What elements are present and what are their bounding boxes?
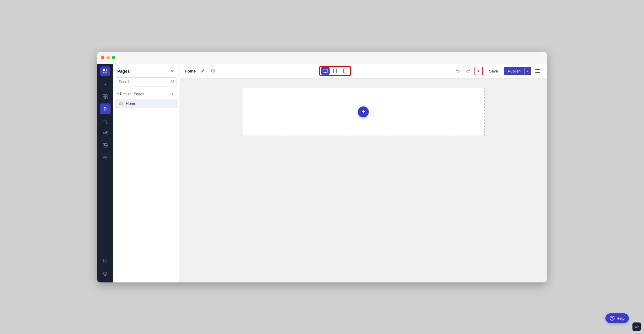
preview-button[interactable]	[474, 67, 483, 75]
close-window-btn[interactable]	[101, 56, 104, 59]
search-icon	[171, 79, 175, 84]
svg-point-12	[104, 144, 105, 145]
pages-panel-close[interactable]: ✕	[169, 68, 175, 74]
svg-point-23	[612, 319, 612, 319]
svg-rect-5	[105, 95, 107, 96]
topbar-pencil-icon[interactable]	[199, 67, 206, 75]
svg-point-10	[106, 134, 107, 135]
svg-rect-3	[105, 72, 107, 73]
topbar-left: Home	[185, 67, 216, 75]
undo-button[interactable]	[454, 67, 462, 75]
svg-rect-2	[103, 72, 104, 73]
publish-button[interactable]: Publish ▾	[504, 67, 531, 75]
menu-icon-2	[535, 71, 540, 71]
app-window: + D	[97, 52, 547, 282]
canvas-frame[interactable]: +	[242, 88, 485, 136]
sidebar-item-database[interactable]	[100, 255, 111, 266]
page-home-label: Home	[126, 101, 136, 106]
regular-pages-section-header: ▾ Regular Pages +	[113, 89, 180, 99]
sidebar-left: + D	[97, 64, 113, 282]
page-item-home[interactable]: Home	[115, 99, 178, 108]
svg-rect-7	[105, 97, 107, 99]
maximize-window-btn[interactable]	[112, 56, 115, 59]
search-input[interactable]	[116, 77, 176, 86]
chevron-icon: ▾	[117, 92, 119, 96]
svg-rect-6	[103, 97, 105, 99]
sidebar-item-cms[interactable]	[100, 116, 111, 127]
undo-redo-group	[454, 67, 472, 75]
viewport-tablet-btn[interactable]	[331, 67, 339, 75]
topbar-center	[319, 66, 351, 76]
traffic-lights	[101, 56, 115, 59]
titlebar	[97, 52, 547, 64]
sidebar-item-history[interactable]	[100, 268, 111, 279]
app-body: + D	[97, 64, 547, 282]
publish-label: Publish	[504, 67, 524, 75]
sidebar-item-add[interactable]: +	[100, 79, 111, 90]
svg-point-13	[104, 157, 106, 158]
topbar: Home	[180, 64, 547, 79]
code-badge[interactable]	[632, 322, 641, 331]
help-button[interactable]: Help	[605, 313, 629, 323]
sidebar-item-settings[interactable]	[100, 152, 111, 163]
sidebar-item-components[interactable]	[100, 91, 111, 102]
topbar-right: Save Publish ▾	[454, 67, 542, 75]
svg-rect-0	[103, 69, 105, 71]
viewport-mobile-btn[interactable]	[341, 67, 349, 75]
sidebar-item-integrations[interactable]	[100, 128, 111, 139]
app-logo[interactable]	[100, 66, 110, 76]
pages-panel-title: Pages	[117, 69, 130, 74]
save-button[interactable]: Save	[485, 67, 502, 75]
sidebar-bottom	[100, 255, 111, 280]
svg-point-21	[344, 72, 345, 73]
pages-panel: Pages ✕ ▾ Regular Pages +	[113, 64, 180, 282]
add-page-button[interactable]: +	[170, 91, 175, 97]
add-content-button[interactable]: +	[358, 106, 369, 117]
canvas-area: +	[180, 79, 547, 282]
page-home-icon	[119, 101, 123, 106]
svg-rect-1	[106, 69, 107, 71]
main-area: Home	[180, 64, 547, 282]
regular-pages-label: ▾ Regular Pages	[117, 92, 144, 96]
minimize-window-btn[interactable]	[106, 56, 110, 59]
viewport-desktop-btn[interactable]	[321, 67, 330, 75]
svg-rect-4	[103, 95, 105, 96]
topbar-clock-icon[interactable]	[210, 67, 216, 75]
svg-point-8	[103, 133, 104, 134]
publish-dropdown-icon[interactable]: ▾	[524, 68, 531, 75]
svg-rect-14	[103, 259, 107, 262]
viewport-buttons	[319, 66, 351, 76]
svg-rect-17	[323, 69, 328, 72]
pages-panel-header: Pages ✕	[113, 64, 180, 77]
nav-tab-home[interactable]: Home	[185, 68, 196, 75]
sidebar-item-media[interactable]	[100, 140, 111, 151]
menu-button[interactable]	[533, 67, 542, 75]
redo-button[interactable]	[464, 67, 472, 75]
menu-icon	[535, 69, 540, 70]
sidebar-item-pages[interactable]: D	[100, 103, 111, 114]
search-box	[116, 77, 176, 86]
svg-point-19	[335, 72, 335, 73]
help-label: Help	[616, 316, 625, 321]
menu-icon-3	[535, 72, 540, 73]
svg-point-9	[106, 131, 107, 133]
